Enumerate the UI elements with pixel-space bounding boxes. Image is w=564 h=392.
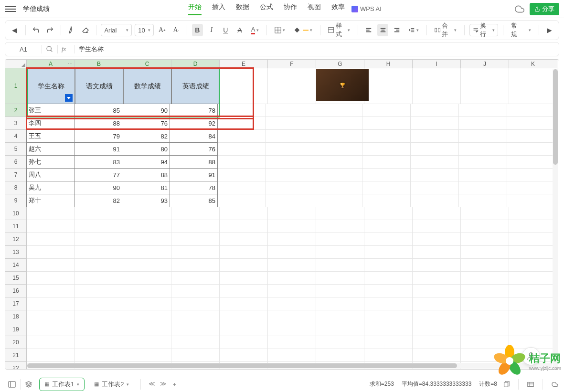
cell[interactable] [459, 143, 507, 156]
cell[interactable] [364, 233, 413, 246]
cell[interactable] [123, 220, 171, 233]
cell[interactable] [413, 323, 461, 336]
font-size-select[interactable]: 10▾ [135, 24, 153, 36]
cell[interactable] [220, 220, 268, 233]
cell[interactable] [218, 104, 266, 117]
row-header[interactable]: 2 [5, 104, 27, 117]
cell[interactable] [266, 181, 314, 194]
cell[interactable] [413, 259, 461, 272]
cell[interactable] [123, 259, 171, 272]
cell[interactable] [362, 169, 411, 181]
cell[interactable] [123, 233, 171, 246]
cell[interactable] [220, 259, 268, 272]
table-cell[interactable]: 张三 [26, 104, 74, 117]
table-cell[interactable]: 赵六 [26, 142, 74, 156]
row-header[interactable]: 16 [5, 285, 27, 297]
cell[interactable] [218, 117, 266, 130]
cell[interactable] [413, 297, 461, 310]
menu-item-数据[interactable]: 数据 [236, 3, 249, 15]
cell[interactable] [220, 233, 268, 246]
add-sheet-button[interactable]: ＋ [171, 380, 178, 389]
cell[interactable] [413, 272, 461, 285]
filter-dropdown-icon[interactable] [65, 94, 73, 102]
cell[interactable] [123, 349, 171, 362]
row-header[interactable]: 8 [5, 181, 27, 194]
cell[interactable] [220, 246, 268, 259]
cell[interactable] [461, 246, 509, 259]
cell[interactable] [413, 68, 461, 104]
cell[interactable] [27, 310, 75, 323]
wrap-text-button[interactable]: 换行▾ [469, 24, 498, 36]
formula-input[interactable]: 学生名称 [79, 45, 555, 53]
sheet-tab[interactable]: ▦ 工作表1 ▾ [39, 378, 85, 391]
menu-item-开始[interactable]: 开始 [188, 3, 202, 15]
row-header[interactable]: 1 [5, 68, 27, 104]
cell[interactable] [509, 285, 557, 297]
cell[interactable] [314, 130, 362, 143]
menu-item-插入[interactable]: 插入 [212, 3, 225, 15]
table-header-cell[interactable]: 数学成绩 [123, 68, 171, 104]
cell[interactable] [507, 181, 555, 194]
font-family-select[interactable]: Arial▾ [101, 24, 132, 36]
cell[interactable] [27, 285, 75, 297]
cell[interactable] [171, 233, 220, 246]
decrease-font-button[interactable]: A- [170, 24, 182, 36]
cell[interactable] [220, 285, 268, 297]
indent-button[interactable]: ▾ [405, 24, 422, 36]
col-header-J[interactable]: J [461, 60, 509, 68]
cell[interactable] [171, 285, 220, 297]
cell[interactable] [218, 143, 266, 156]
cell[interactable] [75, 246, 123, 259]
cell[interactable] [459, 130, 507, 143]
row-header[interactable]: 18 [5, 310, 27, 323]
cell[interactable] [461, 285, 509, 297]
cell[interactable] [314, 194, 362, 207]
table-cell[interactable]: 76 [170, 142, 218, 156]
cell[interactable] [27, 246, 75, 259]
row-header[interactable]: 17 [5, 297, 27, 310]
horizontal-scrollbar[interactable] [27, 363, 552, 369]
cell[interactable] [266, 194, 314, 207]
cell[interactable] [27, 207, 75, 220]
layers-icon[interactable] [22, 378, 35, 391]
col-header-B[interactable]: B [75, 60, 123, 68]
row-header[interactable]: 7 [5, 169, 27, 181]
cell[interactable] [413, 220, 461, 233]
select-all-corner[interactable] [5, 60, 27, 68]
table-cell[interactable]: 78 [170, 104, 218, 117]
cell[interactable] [316, 285, 364, 297]
cell[interactable] [218, 130, 266, 143]
row-header[interactable]: 21 [5, 349, 27, 362]
strikethrough-button[interactable]: A [234, 24, 245, 36]
table-cell[interactable]: 82 [74, 194, 122, 207]
number-format-select[interactable]: 常规▾ [508, 24, 534, 36]
bold-button[interactable]: B [192, 24, 203, 36]
cell[interactable] [364, 68, 413, 104]
sheet-nav-first-icon[interactable]: ≪ [149, 380, 155, 389]
cell[interactable] [461, 310, 509, 323]
cell[interactable] [27, 297, 75, 310]
cell[interactable] [509, 68, 557, 104]
cell[interactable] [220, 323, 268, 336]
cell[interactable] [364, 349, 413, 362]
cell[interactable] [413, 246, 461, 259]
table-cell[interactable]: 82 [122, 129, 170, 143]
table-header-cell[interactable]: 语文成绩 [75, 68, 123, 104]
fill-color-button[interactable]: ▾ [291, 24, 315, 36]
undo-button[interactable] [30, 24, 42, 36]
cell[interactable] [220, 336, 268, 349]
row-header[interactable]: 12 [5, 233, 27, 246]
cell[interactable] [171, 246, 220, 259]
cell[interactable] [364, 272, 413, 285]
cell[interactable] [268, 297, 316, 310]
cell[interactable] [218, 181, 266, 194]
cell[interactable] [268, 336, 316, 349]
cell[interactable] [268, 233, 316, 246]
table-cell[interactable]: 85 [74, 104, 122, 117]
cell[interactable] [362, 181, 411, 194]
col-header-D[interactable]: D [171, 60, 220, 68]
cell[interactable] [314, 104, 362, 117]
cell[interactable] [268, 207, 316, 220]
table-cell[interactable]: 91 [74, 142, 122, 156]
cloud-sync-icon[interactable] [514, 4, 525, 14]
